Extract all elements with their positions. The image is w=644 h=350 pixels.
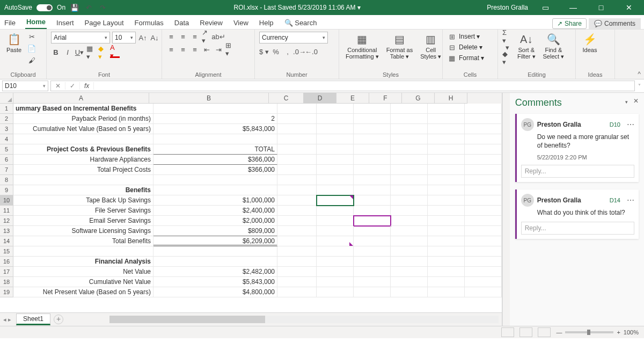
cell-D10[interactable] (317, 195, 354, 206)
cell-H10[interactable] (465, 195, 502, 206)
align-center-icon[interactable]: ≡ (178, 45, 188, 54)
comment-cell-ref[interactable]: D10 (610, 121, 620, 128)
cell-D12[interactable] (317, 216, 354, 226)
decrease-decimal-icon[interactable]: ←.0 (306, 47, 316, 56)
cell-D2[interactable] (317, 114, 354, 124)
undo-icon[interactable]: ↶ (84, 3, 93, 12)
cell-A6[interactable]: Hardware Appliances (13, 155, 153, 165)
cut-icon[interactable]: ✂ (27, 32, 36, 41)
increase-font-icon[interactable]: A↑ (138, 33, 148, 42)
cell-F15[interactable] (391, 246, 428, 257)
row-header[interactable]: 16 (0, 257, 13, 267)
cell-E7[interactable] (354, 165, 391, 175)
cell-D15[interactable] (317, 246, 354, 257)
cell-B12[interactable]: $2,000,000 (153, 216, 277, 226)
sheet-tab-active[interactable]: Sheet1 (16, 313, 50, 325)
cell-H2[interactable] (465, 114, 502, 124)
cell-G15[interactable] (428, 246, 465, 257)
cell-A2[interactable]: Payback Period (in months) (13, 114, 153, 124)
cell-B9[interactable] (153, 185, 277, 195)
italic-button[interactable]: I (63, 48, 72, 57)
row-header[interactable]: 4 (0, 134, 13, 144)
cell-H14[interactable] (465, 236, 502, 246)
cell-F6[interactable] (391, 155, 428, 165)
cell-H19[interactable] (465, 287, 502, 297)
cell-F11[interactable] (391, 206, 428, 216)
col-header-H[interactable]: H (435, 93, 467, 104)
copy-icon[interactable]: 📄 (27, 43, 36, 53)
cell-B6[interactable]: $366,000 (153, 155, 277, 165)
cell-C4[interactable] (277, 134, 317, 144)
cell-B11[interactable]: $2,400,000 (153, 206, 277, 216)
cells-format-button[interactable]: ▦Format ▾ (447, 53, 484, 63)
cell-B15[interactable] (153, 246, 277, 257)
save-icon[interactable]: 💾 (70, 3, 79, 12)
add-sheet-button[interactable]: + (54, 315, 63, 324)
autosave-toggle[interactable] (36, 4, 53, 11)
cell-A11[interactable]: File Server Savings (13, 206, 153, 216)
cell-F18[interactable] (391, 277, 428, 287)
minimize-button[interactable]: — (562, 3, 584, 12)
row-header[interactable]: 14 (0, 236, 13, 246)
cell-F3[interactable] (391, 124, 428, 134)
reply-input[interactable]: Reply... (521, 222, 634, 235)
cell-B17[interactable]: $2,482,000 (153, 267, 277, 277)
zoom-in-button[interactable]: + (617, 329, 620, 336)
formula-bar[interactable]: ✕ ✓ fx (50, 81, 635, 91)
pane-options-icon[interactable]: ▾ (625, 99, 628, 105)
cell-D5[interactable] (317, 144, 354, 155)
cell-A18[interactable]: Cumulative Net Value (13, 277, 153, 287)
ribbon-options-icon[interactable]: ▭ (535, 3, 556, 12)
tab-data[interactable]: Data (173, 17, 190, 29)
row-header[interactable]: 17 (0, 267, 13, 277)
row-header[interactable]: 18 (0, 277, 13, 287)
cell-F10[interactable] (391, 195, 428, 206)
tab-formulas[interactable]: Formulas (134, 17, 165, 29)
border-button[interactable]: ▦ ▾ (86, 48, 96, 57)
cell-A16[interactable]: Financial Analysis (13, 257, 153, 267)
paste-button[interactable]: 📋Paste (4, 32, 24, 54)
cell-C11[interactable] (277, 206, 317, 216)
cell-F4[interactable] (391, 134, 428, 144)
cell-A19[interactable]: Net Present Value (Based on 5 years) (13, 287, 153, 297)
cell-C16[interactable] (277, 257, 317, 267)
find-select-button[interactable]: 🔍Find & Select ▾ (541, 32, 567, 61)
sort-filter-button[interactable]: A↓Sort & Filter ▾ (515, 32, 538, 61)
underline-button[interactable]: U ▾ (75, 48, 84, 57)
number-format-select[interactable]: Currency▾ (259, 32, 328, 43)
comment-thread[interactable]: PGPreston GrallaD14⋯What do you think of… (515, 189, 639, 239)
cell-B19[interactable]: $4,800,000 (153, 287, 277, 297)
cell-D9[interactable] (317, 185, 354, 195)
cell-F9[interactable] (391, 185, 428, 195)
cell-B16[interactable] (153, 257, 277, 267)
cell-H12[interactable] (465, 216, 502, 226)
tab-review[interactable]: Review (199, 17, 224, 29)
share-button[interactable]: ↗ Share (552, 18, 587, 29)
decrease-indent-icon[interactable]: ⇤ (202, 45, 211, 54)
zoom-slider[interactable] (565, 331, 613, 333)
row-header[interactable]: 13 (0, 226, 13, 236)
cell-F5[interactable] (391, 144, 428, 155)
cell-G16[interactable] (428, 257, 465, 267)
fill-color-button[interactable]: ◆ ▾ (98, 48, 108, 57)
cell-G1[interactable] (428, 104, 465, 114)
comments-button[interactable]: 💬 Comments (589, 18, 641, 29)
comment-cell-ref[interactable]: D14 (610, 197, 620, 203)
cell-A3[interactable]: Cumulative Net Value (Based on 5 years) (13, 124, 153, 134)
cell-H5[interactable] (465, 144, 502, 155)
cell-E17[interactable] (354, 267, 391, 277)
cell-G6[interactable] (428, 155, 465, 165)
cell-E14[interactable] (354, 236, 391, 246)
cell-E8[interactable] (354, 175, 391, 185)
col-header-C[interactable]: C (269, 93, 304, 104)
cell-B8[interactable] (153, 175, 277, 185)
autosum-icon[interactable]: Σ ▾ (502, 32, 512, 41)
cell-E12[interactable] (354, 216, 391, 226)
cell-B10[interactable]: $1,000,000 (153, 195, 277, 206)
cell-E19[interactable] (354, 287, 391, 297)
align-right-icon[interactable]: ≡ (190, 45, 200, 54)
cell-C19[interactable] (277, 287, 317, 297)
cell-A5[interactable]: Project Costs & Previous Benefits (13, 144, 153, 155)
cell-C9[interactable] (277, 185, 317, 195)
comment-thread[interactable]: PGPreston GrallaD10⋯Do we need a more gr… (515, 114, 639, 182)
